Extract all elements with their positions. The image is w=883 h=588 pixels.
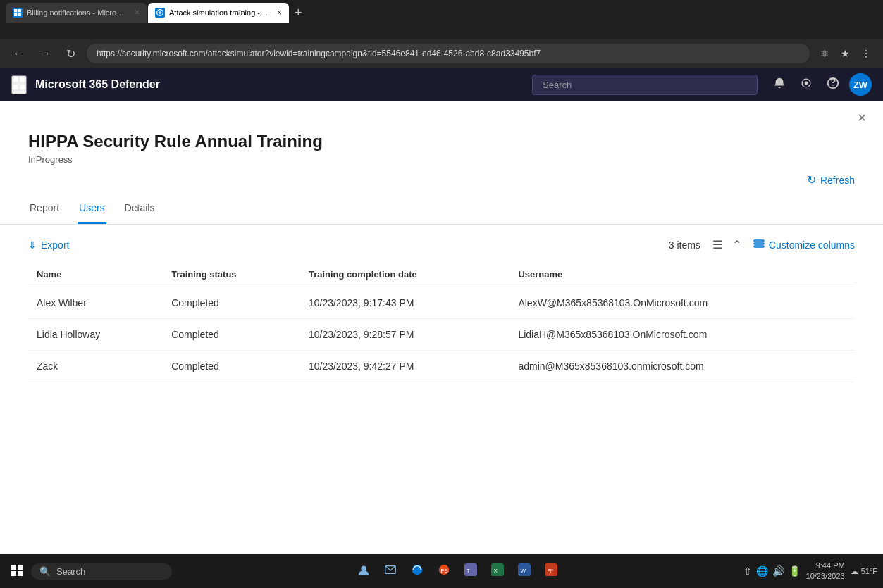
forward-button[interactable]: →	[35, 44, 55, 63]
svg-point-9	[805, 82, 808, 85]
svg-text:T: T	[467, 567, 470, 573]
svg-text:PP: PP	[548, 568, 553, 573]
svg-text:FS: FS	[441, 567, 449, 573]
taskbar-app-mail[interactable]	[378, 561, 402, 582]
cell-training-completion-date: 10/23/2023, 9:17:43 PM	[300, 287, 510, 319]
cell-name: Alex Wilber	[28, 287, 163, 319]
svg-rect-15	[18, 565, 23, 570]
taskbar-app-3[interactable]: FS	[432, 561, 456, 582]
panel-title: HIPPA Security Rule Annual Training	[28, 132, 855, 151]
svg-text:W: W	[521, 567, 526, 573]
tab-2-title: Attack simulation training - Micr...	[169, 8, 270, 17]
refresh-label: Refresh	[820, 175, 855, 186]
settings-button[interactable]: ⋮	[858, 46, 875, 61]
app-title: Microsoft 365 Defender	[35, 78, 532, 91]
cell-training-status: Completed	[163, 287, 300, 319]
taskbar-app-1[interactable]	[352, 561, 376, 582]
help-button[interactable]	[822, 73, 844, 96]
view-dropdown-button[interactable]: ⌃	[729, 236, 745, 254]
svg-rect-25	[491, 563, 504, 576]
refresh-button[interactable]: ↻ Refresh	[807, 173, 855, 187]
address-bar[interactable]	[87, 44, 810, 63]
new-tab-button[interactable]: +	[290, 6, 307, 20]
cell-training-completion-date: 10/23/2023, 9:28:57 PM	[300, 319, 510, 351]
svg-rect-16	[11, 571, 16, 576]
tab-details[interactable]: Details	[123, 195, 156, 224]
cell-training-status: Completed	[163, 319, 300, 351]
tab-1-title: Billing notifications - Microsoft ...	[27, 8, 128, 17]
taskbar-app-5[interactable]: X	[486, 561, 510, 582]
col-header-completion-date: Training completion date	[300, 262, 510, 287]
settings-button[interactable]	[796, 73, 817, 96]
tray-icon-battery[interactable]: 🔋	[789, 565, 801, 577]
users-table: Name Training status Training completion…	[28, 262, 855, 382]
back-button[interactable]: ←	[8, 44, 28, 63]
taskbar-app-7[interactable]: PP	[539, 561, 563, 582]
svg-rect-1	[18, 9, 21, 12]
tab-bar: Report Users Details	[0, 195, 883, 225]
tab-1-close[interactable]: ×	[135, 8, 140, 18]
app-search-input[interactable]	[532, 75, 758, 95]
customize-columns-label: Customize columns	[769, 239, 855, 251]
taskbar-app-edge[interactable]	[405, 561, 429, 582]
refresh-icon: ↻	[807, 173, 816, 187]
svg-rect-5	[13, 77, 18, 82]
clock-time: 9:44 PM	[806, 561, 845, 571]
svg-rect-12	[754, 243, 764, 244]
taskbar-search-icon: 🔍	[39, 566, 51, 577]
cell-training-status: Completed	[163, 351, 300, 382]
clock-date: 10/23/2023	[806, 571, 845, 582]
reload-button[interactable]: ↻	[62, 44, 80, 63]
panel-close-button[interactable]: ×	[858, 110, 866, 126]
cell-username: admin@M365x85368103.onmicrosoft.com	[510, 351, 855, 382]
cell-name: Zack	[28, 351, 163, 382]
tab-2-close[interactable]: ×	[277, 8, 282, 18]
cell-username: LidiaH@M365x85368103.OnMicrosoft.com	[510, 319, 855, 351]
panel-status: InProgress	[28, 154, 855, 165]
svg-rect-3	[18, 13, 21, 16]
list-view-button[interactable]: ☰	[709, 236, 726, 254]
favorites-button[interactable]: ★	[837, 46, 853, 61]
export-icon: ⇓	[28, 239, 37, 251]
browser-tab-2[interactable]: Attack simulation training - Micr... ×	[148, 3, 289, 23]
notifications-button[interactable]	[769, 73, 790, 96]
svg-rect-2	[14, 13, 17, 16]
tray-icon-1[interactable]: ⇧	[743, 565, 752, 577]
svg-rect-8	[20, 85, 25, 89]
table-row[interactable]: Lidia HollowayCompleted10/23/2023, 9:28:…	[28, 319, 855, 351]
svg-text:X: X	[494, 567, 498, 573]
taskbar-clock[interactable]: 9:44 PM 10/23/2023	[806, 561, 845, 582]
export-button[interactable]: ⇓ Export	[28, 239, 69, 251]
col-header-username: Username	[510, 262, 855, 287]
extensions-button[interactable]: ⚛	[817, 46, 833, 61]
weather-icon: ☁	[851, 567, 858, 576]
taskbar-search[interactable]: 🔍 Search	[31, 563, 172, 580]
taskbar-app-4[interactable]: T	[459, 561, 483, 582]
app-grid-button[interactable]	[11, 75, 27, 94]
taskbar-app-6[interactable]: W	[512, 561, 536, 582]
table-row[interactable]: ZackCompleted10/23/2023, 9:42:27 PMadmin…	[28, 351, 855, 382]
browser-tab-1[interactable]: Billing notifications - Microsoft ... ×	[6, 3, 147, 23]
weather-temp: 51°F	[861, 567, 877, 575]
tab-report[interactable]: Report	[28, 195, 61, 224]
tray-icon-volume[interactable]: 🔊	[772, 565, 784, 577]
cell-name: Lidia Holloway	[28, 319, 163, 351]
col-header-training-status: Training status	[163, 262, 300, 287]
taskbar-weather[interactable]: ☁ 51°F	[851, 567, 877, 576]
svg-rect-0	[14, 9, 17, 12]
items-count: 3 items	[669, 239, 700, 251]
taskbar-search-text: Search	[56, 566, 85, 577]
start-button[interactable]	[6, 562, 28, 581]
svg-rect-6	[20, 77, 25, 82]
svg-rect-13	[754, 246, 764, 247]
table-row[interactable]: Alex WilberCompleted10/23/2023, 9:17:43 …	[28, 287, 855, 319]
cell-username: AlexW@M365x85368103.OnMicrosoft.com	[510, 287, 855, 319]
tray-icon-network[interactable]: 🌐	[756, 565, 768, 577]
svg-point-18	[362, 565, 366, 570]
export-label: Export	[41, 239, 69, 251]
tab-users[interactable]: Users	[78, 195, 106, 224]
avatar[interactable]: ZW	[849, 73, 872, 96]
customize-columns-button[interactable]: Customize columns	[753, 238, 855, 251]
customize-columns-icon	[753, 238, 765, 251]
svg-rect-14	[11, 565, 16, 570]
